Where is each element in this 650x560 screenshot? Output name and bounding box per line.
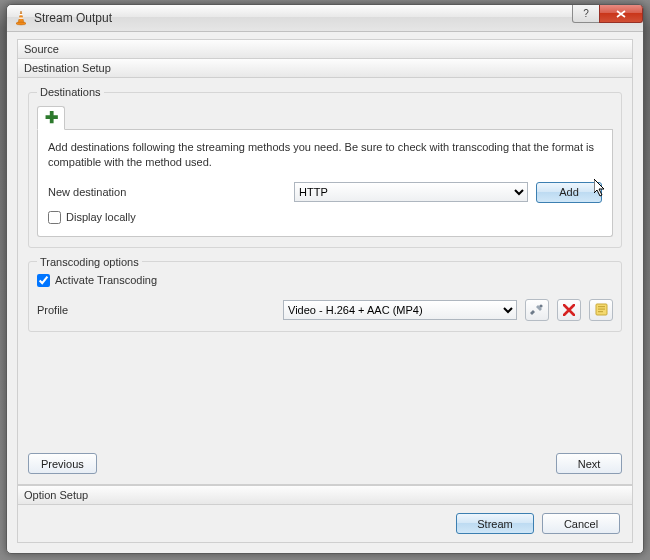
svg-rect-7 [598, 309, 605, 310]
cancel-button[interactable]: Cancel [542, 513, 620, 534]
profile-label: Profile [37, 304, 275, 316]
section-option-setup[interactable]: Option Setup [17, 485, 633, 505]
destination-setup-body: Destinations ✚ Add destinations followin… [17, 78, 633, 485]
close-button[interactable] [599, 5, 643, 23]
delete-icon [563, 304, 575, 316]
section-source[interactable]: Source [17, 39, 633, 59]
next-button[interactable]: Next [556, 453, 622, 474]
profile-select[interactable]: Video - H.264 + AAC (MP4) [283, 300, 517, 320]
window-buttons: ? [573, 5, 643, 23]
svg-rect-1 [19, 14, 23, 15]
delete-profile-button[interactable] [557, 299, 581, 321]
svg-point-3 [16, 22, 26, 25]
stream-output-dialog: Stream Output ? Source Destination Setup… [6, 4, 644, 554]
close-icon [616, 10, 626, 18]
display-locally-checkbox[interactable]: Display locally [48, 211, 602, 224]
help-button[interactable]: ? [572, 5, 600, 23]
edit-profile-button[interactable] [525, 299, 549, 321]
display-locally-input[interactable] [48, 211, 61, 224]
dialog-content: Source Destination Setup Destinations ✚ … [7, 32, 643, 553]
add-button[interactable]: Add [536, 182, 602, 203]
display-locally-label: Display locally [66, 211, 136, 223]
wizard-nav: Previous Next [28, 453, 622, 474]
new-destination-row: New destination HTTP Add [48, 182, 602, 203]
activate-transcoding-input[interactable] [37, 274, 50, 287]
destinations-help-text: Add destinations following the streaming… [48, 140, 602, 170]
tools-icon [530, 303, 544, 317]
titlebar[interactable]: Stream Output ? [7, 5, 643, 32]
dialog-footer: Stream Cancel [17, 505, 633, 543]
window-title: Stream Output [34, 11, 112, 25]
destinations-group: Destinations ✚ Add destinations followin… [28, 86, 622, 248]
section-destination-setup[interactable]: Destination Setup [17, 58, 633, 78]
svg-rect-8 [598, 311, 603, 312]
profile-row: Profile Video - H.264 + AAC (MP4) [37, 299, 613, 321]
svg-rect-6 [598, 306, 605, 307]
destination-protocol-select[interactable]: HTTP [294, 182, 528, 202]
activate-transcoding-checkbox[interactable]: Activate Transcoding [37, 274, 613, 287]
stream-button[interactable]: Stream [456, 513, 534, 534]
transcoding-legend: Transcoding options [37, 256, 142, 268]
previous-button[interactable]: Previous [28, 453, 97, 474]
svg-rect-2 [19, 18, 24, 19]
add-destination-tab[interactable]: ✚ [37, 106, 65, 130]
svg-point-4 [539, 304, 542, 307]
svg-marker-0 [18, 11, 24, 23]
destinations-tabbar: ✚ [37, 106, 613, 130]
new-profile-button[interactable] [589, 299, 613, 321]
transcoding-group: Transcoding options Activate Transcoding… [28, 256, 622, 332]
vlc-cone-icon [13, 10, 29, 26]
add-destination-pane: Add destinations following the streaming… [37, 130, 613, 237]
new-destination-label: New destination [48, 186, 286, 198]
plus-icon: ✚ [45, 110, 58, 126]
activate-transcoding-label: Activate Transcoding [55, 274, 157, 286]
save-profile-icon [595, 303, 608, 316]
destinations-legend: Destinations [37, 86, 104, 98]
